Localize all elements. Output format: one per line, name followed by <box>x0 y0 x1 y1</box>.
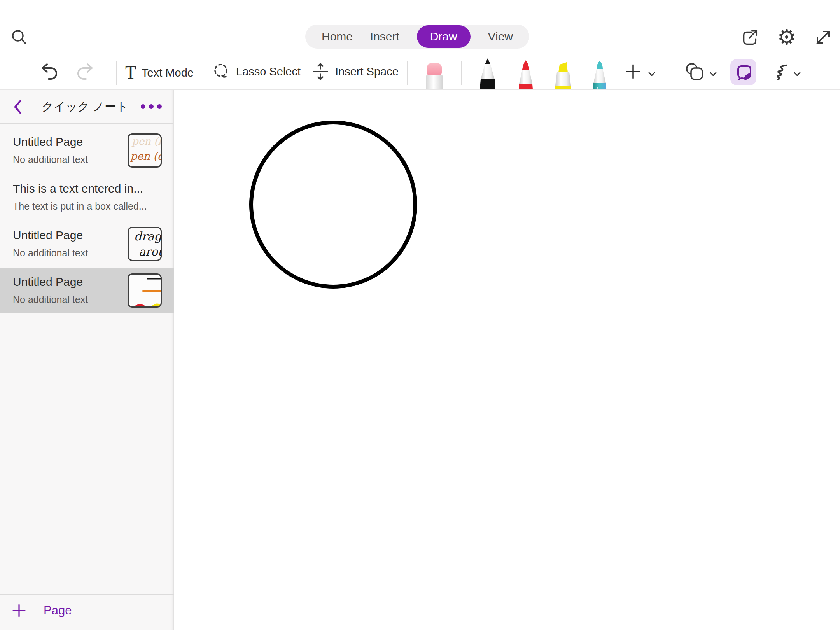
page-list-sidebar: クイック ノート Untitled Page No additional tex… <box>0 90 174 630</box>
page-subtitle: No additional text <box>13 247 88 259</box>
lasso-select-label: Lasso Select <box>236 65 301 78</box>
page-list-item[interactable]: Untitled Page No additional text drag ar… <box>0 222 174 266</box>
toolbar-divider <box>116 61 117 85</box>
text-mode-icon: T <box>125 64 136 82</box>
page-subtitle: No additional text <box>13 154 88 165</box>
expand-icon <box>814 28 833 47</box>
ribbon-tab-bar: Home Insert Draw View <box>305 24 529 49</box>
text-mode-label: Text Mode <box>142 66 194 79</box>
insert-space-button[interactable]: Insert Space <box>311 62 399 81</box>
sidebar-footer: Page <box>0 594 174 630</box>
redo-icon <box>75 61 96 82</box>
ink-replay-button[interactable] <box>768 62 790 82</box>
page-title: Untitled Page <box>13 135 83 149</box>
shapes-icon <box>684 62 705 82</box>
ink-replay-chevron[interactable] <box>793 72 801 77</box>
eraser-tool[interactable] <box>423 61 446 90</box>
drawing-canvas[interactable] <box>174 90 840 630</box>
app-header: Home Insert Draw View ⚙ <box>0 0 840 58</box>
page-thumbnail <box>128 273 162 308</box>
yellow-highlighter-tool[interactable] <box>549 61 574 90</box>
add-pen-chevron[interactable] <box>648 72 656 77</box>
back-button[interactable] <box>12 99 24 115</box>
draw-toolbar: T Text Mode Lasso Select Insert Space <box>0 58 840 90</box>
ink-layer <box>174 90 840 630</box>
eraser-icon <box>423 61 446 90</box>
chevron-down-icon <box>793 72 801 77</box>
thumbnail-drawing <box>129 275 162 308</box>
toolbar-divider <box>407 61 408 85</box>
chevron-down-icon <box>709 72 717 77</box>
teal-pen-tool[interactable] <box>589 60 611 90</box>
plus-icon <box>12 603 26 618</box>
ink-to-shape-button[interactable] <box>730 59 756 85</box>
add-page-button[interactable]: Page <box>12 603 72 618</box>
insert-space-icon <box>311 62 330 81</box>
chevron-left-icon <box>12 99 24 115</box>
settings-button[interactable]: ⚙ <box>777 28 796 47</box>
tab-insert[interactable]: Insert <box>370 30 399 43</box>
teal-pen-icon <box>589 60 611 90</box>
black-pen-tool[interactable] <box>477 58 499 90</box>
black-pen-icon <box>477 58 499 90</box>
page-thumbnail: pen (bl pen (ora <box>128 133 162 168</box>
add-page-label: Page <box>44 604 72 618</box>
drawn-circle <box>251 122 415 287</box>
red-pen-icon <box>515 59 537 90</box>
red-pen-tool[interactable] <box>515 59 537 90</box>
tab-draw[interactable]: Draw <box>417 25 471 48</box>
page-subtitle: The text is put in a box called... <box>13 201 147 212</box>
insert-space-label: Insert Space <box>335 65 399 78</box>
tab-home[interactable]: Home <box>322 30 353 43</box>
chevron-down-icon <box>648 72 656 77</box>
header-right-actions: ⚙ <box>740 28 833 47</box>
shapes-chevron[interactable] <box>709 72 717 77</box>
lasso-icon <box>212 62 231 81</box>
gear-icon: ⚙ <box>777 28 796 47</box>
notebook-section-title: クイック ノート <box>42 99 128 115</box>
page-thumbnail: drag arou <box>128 227 162 261</box>
shapes-button[interactable] <box>684 62 705 82</box>
page-title: Untitled Page <box>13 275 83 289</box>
share-button[interactable] <box>740 28 760 47</box>
share-icon <box>740 28 760 47</box>
search-button[interactable] <box>10 28 28 46</box>
page-title: Untitled Page <box>13 229 83 242</box>
ink-to-shape-icon <box>735 63 752 81</box>
undo-icon <box>39 61 60 82</box>
search-icon <box>10 28 28 46</box>
fullscreen-button[interactable] <box>814 28 833 47</box>
toolbar-divider <box>667 61 667 85</box>
page-list-item-selected[interactable]: Untitled Page No additional text <box>0 268 174 313</box>
redo-button[interactable] <box>75 61 96 82</box>
page-title: This is a text entered in... <box>13 182 143 195</box>
ellipsis-icon <box>141 104 145 109</box>
scribble-icon <box>768 62 790 82</box>
page-list-item[interactable]: Untitled Page No additional text pen (bl… <box>0 128 174 173</box>
page-list-item[interactable]: This is a text entered in... The text is… <box>0 175 174 219</box>
page-subtitle: No additional text <box>13 294 88 305</box>
sidebar-header: クイック ノート <box>0 90 173 124</box>
plus-icon <box>625 63 642 80</box>
text-mode-button[interactable]: T Text Mode <box>125 64 194 82</box>
section-more-button[interactable] <box>141 104 162 109</box>
toolbar-divider <box>461 61 462 85</box>
tab-view[interactable]: View <box>488 30 513 43</box>
yellow-highlighter-icon <box>549 61 574 90</box>
lasso-select-button[interactable]: Lasso Select <box>212 62 301 81</box>
undo-button[interactable] <box>39 61 60 82</box>
add-pen-button[interactable] <box>625 63 642 80</box>
